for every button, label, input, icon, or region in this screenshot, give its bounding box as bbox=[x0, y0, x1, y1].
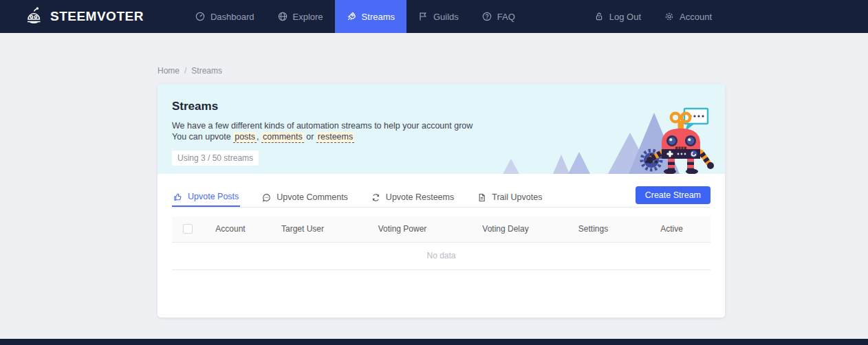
streams-header: Streams We have a few different kinds of… bbox=[158, 84, 725, 174]
nav-item-logout[interactable]: Log Out bbox=[583, 0, 653, 33]
stream-tabs: Upvote Posts Upvote Comments bbox=[172, 186, 543, 207]
no-data-text: No data bbox=[172, 242, 710, 269]
column-header-active: Active bbox=[633, 216, 710, 242]
gear-icon bbox=[664, 12, 674, 21]
nav-item-label: Guilds bbox=[433, 12, 459, 22]
or-separator: or bbox=[306, 132, 314, 142]
footer-bar bbox=[0, 339, 868, 345]
tab-upvote-posts[interactable]: Upvote Posts bbox=[172, 186, 240, 207]
nav-item-label: Log Out bbox=[609, 12, 641, 22]
tabs-row: Upvote Posts Upvote Comments bbox=[172, 186, 710, 208]
globe-icon bbox=[278, 12, 287, 21]
sync-icon bbox=[371, 193, 380, 202]
column-header-voting-delay: Voting Delay bbox=[457, 216, 554, 242]
brand-name: STEEMVOTER bbox=[50, 9, 144, 24]
page-title: Streams bbox=[172, 100, 725, 113]
steemvoter-app: STEEMVOTER Dashboard Explore bbox=[0, 0, 868, 345]
tab-upvote-resteems[interactable]: Upvote Resteems bbox=[370, 186, 455, 207]
rocket-icon bbox=[347, 12, 356, 21]
nav-item-label: FAQ bbox=[497, 12, 515, 22]
robot-logo-icon bbox=[23, 6, 44, 27]
nav-item-faq[interactable]: FAQ bbox=[470, 0, 527, 33]
nav-item-guilds[interactable]: Guilds bbox=[406, 0, 470, 33]
streams-card: Streams We have a few different kinds of… bbox=[158, 84, 725, 318]
empty-row: No data bbox=[172, 242, 710, 269]
header-description: We have a few different kinds of automat… bbox=[172, 120, 725, 142]
nav-item-explore[interactable]: Explore bbox=[266, 0, 335, 33]
table-header-row: Account Target User Voting Power Voting … bbox=[172, 216, 710, 242]
question-circle-icon bbox=[482, 12, 492, 21]
create-stream-button[interactable]: Create Stream bbox=[636, 186, 710, 204]
nav-item-label: Streams bbox=[362, 12, 395, 22]
nav-item-streams[interactable]: Streams bbox=[335, 0, 406, 33]
comment-icon bbox=[262, 193, 271, 202]
streams-table: Account Target User Voting Power Voting … bbox=[172, 216, 710, 270]
breadcrumb-separator: / bbox=[184, 66, 186, 76]
thumbs-up-icon bbox=[173, 192, 182, 201]
user-nav: Log Out Account bbox=[583, 0, 868, 33]
tab-label: Upvote Posts bbox=[188, 192, 239, 201]
flag-icon bbox=[418, 12, 428, 21]
file-icon bbox=[477, 193, 486, 202]
tab-label: Upvote Resteems bbox=[386, 192, 454, 202]
column-header-account: Account bbox=[203, 216, 258, 242]
resteems-link[interactable]: resteems bbox=[316, 132, 354, 143]
usage-badge: Using 3 / 50 streams bbox=[172, 151, 259, 166]
breadcrumb-current: Streams bbox=[191, 66, 222, 76]
column-header-voting-power: Voting Power bbox=[347, 216, 457, 242]
brand-logo[interactable]: STEEMVOTER bbox=[0, 0, 144, 33]
description-line-1: We have a few different kinds of automat… bbox=[172, 120, 725, 131]
tab-label: Trail Upvotes bbox=[492, 192, 542, 202]
tab-label: Upvote Comments bbox=[276, 192, 348, 202]
description-prefix: You can upvote bbox=[172, 132, 231, 142]
nav-item-dashboard[interactable]: Dashboard bbox=[184, 0, 266, 33]
description-line-2: You can upvote posts, comments or restee… bbox=[172, 131, 725, 142]
comments-link[interactable]: comments bbox=[261, 132, 304, 143]
tab-trail-upvotes[interactable]: Trail Upvotes bbox=[476, 186, 543, 207]
nav-item-label: Explore bbox=[293, 12, 323, 22]
tab-upvote-comments[interactable]: Upvote Comments bbox=[261, 186, 349, 207]
select-all-checkbox[interactable] bbox=[183, 224, 193, 234]
dashboard-gauge-icon bbox=[195, 12, 205, 21]
breadcrumb-home[interactable]: Home bbox=[158, 66, 180, 76]
column-header-settings: Settings bbox=[554, 216, 633, 242]
main-nav: Dashboard Explore Stream bbox=[184, 0, 527, 33]
top-navbar: STEEMVOTER Dashboard Explore bbox=[0, 0, 868, 33]
select-all-cell bbox=[172, 216, 203, 242]
column-header-target-user: Target User bbox=[258, 216, 347, 242]
posts-link[interactable]: posts bbox=[233, 132, 257, 143]
lock-icon bbox=[594, 12, 604, 21]
nav-item-account[interactable]: Account bbox=[653, 0, 724, 33]
breadcrumb: Home / Streams bbox=[158, 66, 222, 76]
nav-item-label: Account bbox=[680, 12, 712, 22]
comma-separator: , bbox=[257, 132, 259, 142]
nav-item-label: Dashboard bbox=[210, 12, 254, 22]
